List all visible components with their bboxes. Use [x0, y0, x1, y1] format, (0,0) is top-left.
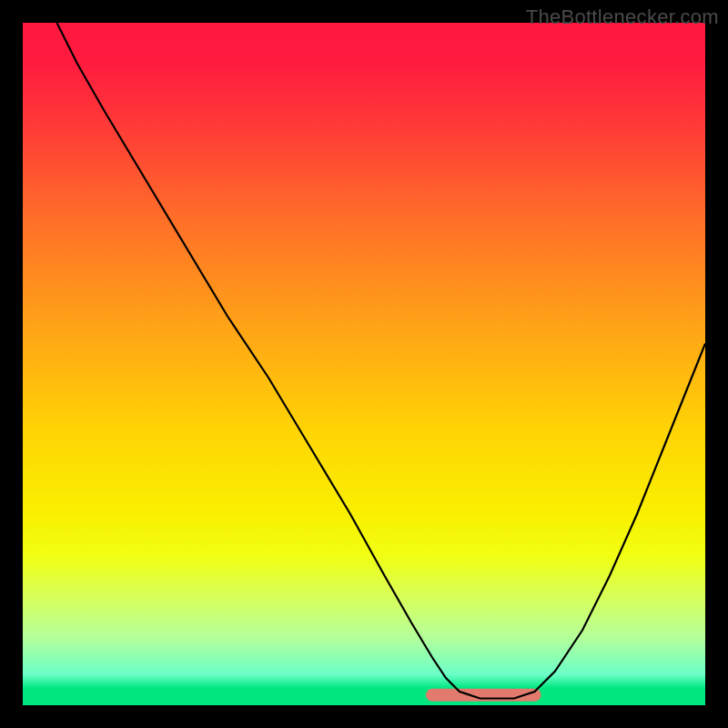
chart-frame: TheBottlenecker.com	[0, 0, 728, 728]
plot-area	[23, 23, 705, 705]
watermark-text: TheBottlenecker.com	[526, 5, 719, 29]
curve-layer	[23, 23, 705, 705]
bottleneck-curve	[57, 23, 706, 699]
